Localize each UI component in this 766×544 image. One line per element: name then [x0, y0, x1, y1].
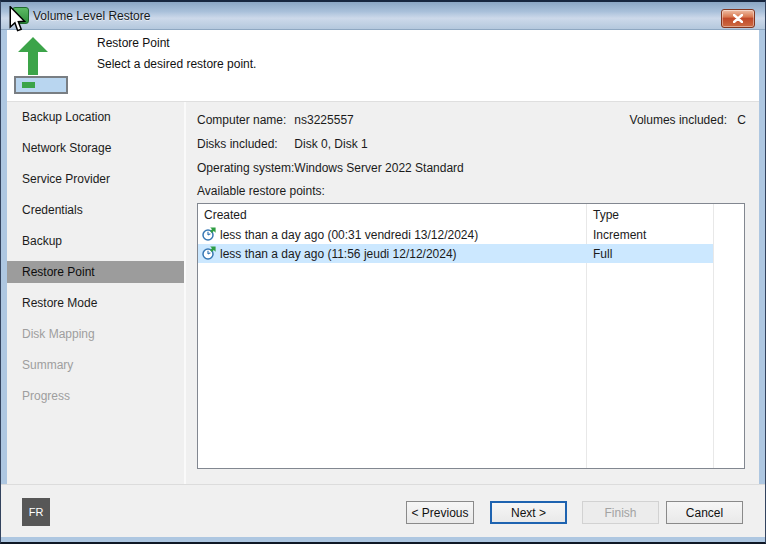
footer-bar: FR < Previous Next > Finish Cancel: [1, 484, 765, 537]
computer-name-label: Computer name:: [197, 113, 291, 127]
operating-system-label: Operating system:: [197, 161, 291, 175]
computer-name-row: Computer name: ns3225557: [197, 113, 354, 127]
operating-system-row: Operating system: Windows Server 2022 St…: [197, 161, 464, 175]
restore-point-type: Full: [593, 247, 612, 261]
window-bottom-frame: [1, 537, 765, 542]
sidebar-item-credentials[interactable]: Credentials: [7, 199, 184, 221]
table-header[interactable]: Created Type: [198, 204, 744, 225]
column-header-type[interactable]: Type: [593, 208, 619, 222]
restore-point-created: less than a day ago (00:31 vendredi 13/1…: [220, 228, 478, 242]
window-title: Volume Level Restore: [33, 9, 150, 23]
sidebar-item-backup-location[interactable]: Backup Location: [7, 106, 184, 128]
sidebar-item-network-storage[interactable]: Network Storage: [7, 137, 184, 159]
available-restore-points-label: Available restore points:: [197, 184, 325, 198]
volume-chunk-icon: [22, 82, 35, 88]
close-button[interactable]: [721, 9, 755, 28]
restore-point-clock-icon: [201, 246, 217, 261]
disks-included-value: Disk 0, Disk 1: [294, 137, 367, 151]
sidebar-item-summary: Summary: [7, 354, 184, 376]
restore-point-row[interactable]: less than a day ago (11:56 jeudi 12/12/2…: [198, 244, 713, 263]
wizard-steps-sidebar: Backup LocationNetwork StorageService Pr…: [7, 102, 186, 484]
volumes-included-row: Volumes included: C: [630, 113, 746, 127]
restore-up-arrow-icon: [18, 37, 48, 75]
sidebar-item-restore-point[interactable]: Restore Point: [7, 261, 184, 283]
mouse-cursor-icon: [8, 6, 26, 33]
step-subtitle: Select a desired restore point.: [97, 57, 256, 71]
sidebar-item-progress: Progress: [7, 385, 184, 407]
disks-included-label: Disks included:: [197, 137, 291, 151]
restore-point-type: Increment: [593, 228, 646, 242]
language-indicator-badge[interactable]: FR: [22, 498, 50, 526]
finish-button: Finish: [582, 501, 659, 524]
volumes-included-value: C: [737, 113, 746, 127]
volumes-included-label: Volumes included:: [630, 113, 727, 127]
sidebar-item-disk-mapping: Disk Mapping: [7, 323, 184, 345]
operating-system-value: Windows Server 2022 Standard: [294, 161, 463, 175]
sidebar-item-backup[interactable]: Backup: [7, 230, 184, 252]
cancel-button[interactable]: Cancel: [666, 501, 743, 524]
sidebar-item-restore-mode[interactable]: Restore Mode: [7, 292, 184, 314]
close-icon: [733, 14, 743, 23]
disks-included-row: Disks included: Disk 0, Disk 1: [197, 137, 368, 151]
previous-button[interactable]: < Previous: [406, 501, 474, 524]
title-bar[interactable]: Volume Level Restore: [1, 2, 765, 30]
wizard-header: Restore Point Select a desired restore p…: [7, 30, 759, 102]
volume-bar-icon: [14, 76, 68, 94]
restore-point-row[interactable]: less than a day ago (00:31 vendredi 13/1…: [198, 225, 713, 244]
computer-name-value: ns3225557: [294, 113, 353, 127]
next-button[interactable]: Next >: [490, 501, 567, 524]
sidebar-item-service-provider[interactable]: Service Provider: [7, 168, 184, 190]
step-title: Restore Point: [97, 36, 170, 50]
column-header-created[interactable]: Created: [204, 208, 247, 222]
restore-points-table[interactable]: Created Type less than a day ago (00:31 …: [197, 203, 745, 469]
restore-point-created: less than a day ago (11:56 jeudi 12/12/2…: [220, 247, 457, 261]
restore-point-clock-icon: [201, 227, 217, 242]
